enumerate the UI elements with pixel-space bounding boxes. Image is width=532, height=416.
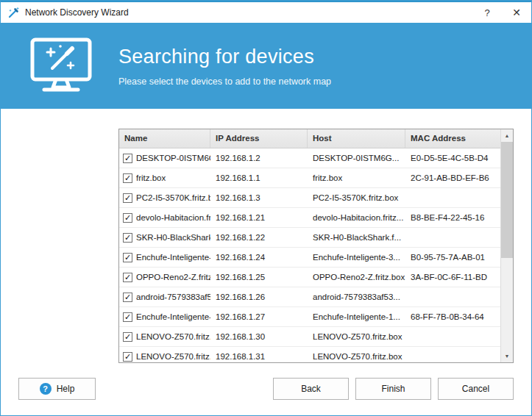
device-ip: 192.168.1.31 bbox=[210, 352, 308, 361]
page-subtitle: Please select the devices to add to the … bbox=[118, 76, 331, 87]
column-header-mac[interactable]: MAC Address bbox=[405, 129, 500, 148]
scroll-down-icon[interactable]: ▼ bbox=[501, 350, 513, 362]
device-ip: 192.168.1.27 bbox=[210, 312, 308, 321]
table-row[interactable]: ✓ LENOVO-Z570.fritz.box 192.168.1.30 LEN… bbox=[119, 327, 500, 347]
scrollbar-thumb[interactable] bbox=[501, 142, 513, 258]
table-row[interactable]: ✓ SKR-H0-BlackShark.f... 192.168.1.22 SK… bbox=[119, 228, 500, 248]
page-title: Searching for devices bbox=[118, 46, 331, 68]
window-close-button[interactable]: ✕ bbox=[502, 2, 531, 23]
device-ip: 192.168.1.21 bbox=[210, 213, 308, 222]
device-host: Enchufe-Inteligente-1... bbox=[308, 312, 405, 321]
column-header-host[interactable]: Host bbox=[308, 129, 405, 148]
table-row[interactable]: ✓ DESKTOP-0ISTM6G... 192.168.1.2 DESKTOP… bbox=[119, 148, 500, 168]
window-help-button[interactable]: ? bbox=[472, 2, 502, 23]
device-host: SKR-H0-BlackShark.f... bbox=[308, 233, 405, 242]
finish-button[interactable]: Finish bbox=[355, 378, 431, 400]
table-row[interactable]: ✓ devolo-Habitacion.frit... 192.168.1.21… bbox=[119, 208, 500, 228]
device-name: SKR-H0-BlackShark.f... bbox=[136, 233, 210, 242]
footer: ? Help Back Finish Cancel bbox=[1, 362, 531, 415]
table-row[interactable]: ✓ Enchufe-Inteligente-1... 192.168.1.27 … bbox=[119, 307, 500, 327]
network-discovery-icon bbox=[28, 36, 94, 96]
device-host: PC2-I5-3570K.fritz.box bbox=[308, 193, 405, 202]
device-mac: B8-BE-F4-22-45-16 bbox=[405, 213, 500, 222]
titlebar[interactable]: Network Discovery Wizard ? ✕ bbox=[1, 1, 531, 23]
device-host: Enchufe-Inteligente-3... bbox=[308, 253, 405, 262]
device-host: devolo-Habitacion.fritz... bbox=[308, 213, 405, 222]
device-name: fritz.box bbox=[136, 173, 166, 182]
row-checkbox[interactable]: ✓ bbox=[123, 173, 132, 183]
table-row[interactable]: ✓ Enchufe-Inteligente-3... 192.168.1.24 … bbox=[119, 248, 500, 268]
row-checkbox[interactable]: ✓ bbox=[123, 154, 132, 163]
device-host: LENOVO-Z570.fritz.box bbox=[308, 352, 405, 361]
row-checkbox[interactable]: ✓ bbox=[123, 352, 132, 362]
device-mac: E0-D5-5E-4C-5B-D4 bbox=[405, 154, 500, 162]
row-checkbox[interactable]: ✓ bbox=[123, 213, 132, 223]
device-name: Enchufe-Inteligente-1... bbox=[136, 312, 210, 321]
help-button[interactable]: ? Help bbox=[18, 378, 96, 400]
device-name: android-7579383af53... bbox=[136, 293, 210, 301]
wizard-wand-icon bbox=[7, 7, 20, 19]
device-host: OPPO-Reno2-Z.fritz.box bbox=[308, 273, 405, 281]
device-ip: 192.168.1.30 bbox=[210, 332, 308, 341]
back-button[interactable]: Back bbox=[273, 378, 349, 400]
device-table: Name IP Address Host MAC Address ✓ DESKT… bbox=[118, 129, 514, 363]
device-mac: 68-FF-7B-0B-34-64 bbox=[405, 312, 500, 321]
device-host: android-7579383af53... bbox=[308, 293, 405, 301]
device-ip: 192.168.1.22 bbox=[210, 233, 308, 242]
table-row[interactable]: ✓ LENOVO-Z570.fritz.box 192.168.1.31 LEN… bbox=[119, 347, 500, 362]
table-header-row: Name IP Address Host MAC Address bbox=[119, 129, 500, 148]
device-name: PC2-I5-3570K.fritz.box bbox=[136, 193, 210, 202]
row-checkbox[interactable]: ✓ bbox=[123, 332, 132, 342]
device-ip: 192.168.1.3 bbox=[210, 193, 308, 202]
network-discovery-wizard-window: Network Discovery Wizard ? ✕ Searching f… bbox=[0, 0, 532, 416]
device-name: LENOVO-Z570.fritz.box bbox=[136, 352, 210, 361]
row-checkbox[interactable]: ✓ bbox=[123, 253, 132, 262]
device-host: fritz.box bbox=[308, 173, 405, 182]
content-area: Name IP Address Host MAC Address ✓ DESKT… bbox=[1, 109, 531, 362]
device-mac: 2C-91-AB-BD-EF-B6 bbox=[405, 173, 500, 182]
device-name: devolo-Habitacion.frit... bbox=[136, 213, 210, 222]
window-title: Network Discovery Wizard bbox=[25, 7, 472, 18]
device-name: DESKTOP-0ISTM6G... bbox=[136, 154, 210, 162]
device-mac: 3A-BF-0C-6F-11-BD bbox=[405, 273, 500, 281]
help-button-label: Help bbox=[57, 384, 75, 394]
device-table-body: ✓ DESKTOP-0ISTM6G... 192.168.1.2 DESKTOP… bbox=[119, 148, 500, 362]
row-checkbox[interactable]: ✓ bbox=[123, 312, 132, 322]
column-header-name[interactable]: Name bbox=[119, 129, 210, 148]
row-checkbox[interactable]: ✓ bbox=[123, 233, 132, 243]
device-name: LENOVO-Z570.fritz.box bbox=[136, 332, 210, 341]
cancel-button[interactable]: Cancel bbox=[438, 378, 514, 400]
device-ip: 192.168.1.24 bbox=[210, 253, 308, 262]
device-ip: 192.168.1.25 bbox=[210, 273, 308, 281]
help-question-icon: ? bbox=[40, 383, 52, 395]
table-row[interactable]: ✓ PC2-I5-3570K.fritz.box 192.168.1.3 PC2… bbox=[119, 188, 500, 208]
device-mac: B0-95-75-7A-AB-01 bbox=[405, 253, 500, 262]
device-ip: 192.168.1.1 bbox=[210, 173, 308, 182]
wizard-header: Searching for devices Please select the … bbox=[1, 23, 531, 109]
table-row[interactable]: ✓ OPPO-Reno2-Z.fritz.b... 192.168.1.25 O… bbox=[119, 268, 500, 287]
row-checkbox[interactable]: ✓ bbox=[123, 293, 132, 302]
table-row[interactable]: ✓ android-7579383af53... 192.168.1.26 an… bbox=[119, 287, 500, 307]
column-header-ip[interactable]: IP Address bbox=[210, 129, 308, 148]
device-name: Enchufe-Inteligente-3... bbox=[136, 253, 210, 262]
row-checkbox[interactable]: ✓ bbox=[123, 193, 132, 203]
device-host: DESKTOP-0ISTM6G... bbox=[308, 154, 405, 162]
device-ip: 192.168.1.26 bbox=[210, 293, 308, 301]
row-checkbox[interactable]: ✓ bbox=[123, 273, 132, 282]
scrollbar-track[interactable] bbox=[501, 142, 513, 350]
device-host: LENOVO-Z570.fritz.box bbox=[308, 332, 405, 341]
device-name: OPPO-Reno2-Z.fritz.b... bbox=[136, 273, 210, 281]
table-scrollbar[interactable]: ▲ ▼ bbox=[500, 129, 513, 362]
table-row[interactable]: ✓ fritz.box 192.168.1.1 fritz.box 2C-91-… bbox=[119, 168, 500, 188]
scroll-up-icon[interactable]: ▲ bbox=[501, 129, 513, 142]
device-ip: 192.168.1.2 bbox=[210, 154, 308, 162]
